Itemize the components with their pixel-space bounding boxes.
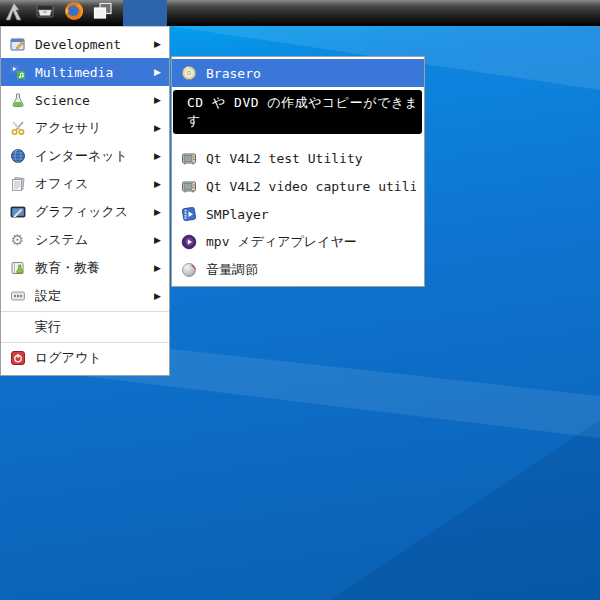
menu-item-label: アクセサリ — [35, 119, 150, 137]
development-icon — [9, 36, 26, 53]
system-icon: ⚙ — [9, 232, 26, 249]
accessories-icon — [9, 120, 26, 137]
menu-item-system[interactable]: ⚙ システム ▶ — [1, 226, 169, 254]
multimedia-icon — [9, 64, 26, 81]
science-icon — [9, 92, 26, 109]
window-switcher-button[interactable] — [90, 1, 116, 25]
logout-icon — [9, 350, 26, 367]
window-switcher-icon — [91, 0, 115, 26]
firefox-button[interactable] — [61, 1, 87, 25]
submenu-item-brasero[interactable]: Brasero — [172, 59, 424, 87]
submenu-item-label: Qt V4L2 test Utility — [206, 151, 416, 166]
menu-item-label: オフィス — [35, 175, 150, 193]
menu-item-logout[interactable]: ログアウト — [1, 344, 169, 372]
submenu-item-label: Qt V4L2 video capture utility — [206, 179, 416, 194]
submenu-item-label: SMPlayer — [206, 207, 416, 222]
menu-item-settings[interactable]: 設定 ▶ — [1, 282, 169, 310]
tooltip-text: CD や DVD の作成やコピーができます — [187, 94, 422, 130]
submenu-item-label: 音量調節 — [206, 261, 416, 279]
submenu-item-qt-v4l2-test[interactable]: Qt V4L2 test Utility — [172, 144, 424, 172]
desktop-pager[interactable] — [123, 0, 167, 26]
submenu-arrow-icon: ▶ — [154, 235, 161, 245]
menu-item-label: Development — [35, 37, 150, 52]
menu-item-science[interactable]: Science ▶ — [1, 86, 169, 114]
submenu-arrow-icon: ▶ — [154, 179, 161, 189]
taskbar — [0, 0, 600, 26]
submenu-item-label: Brasero — [206, 66, 416, 81]
submenu-arrow-icon: ▶ — [154, 67, 161, 77]
settings-icon — [9, 288, 26, 305]
firefox-icon — [63, 0, 85, 26]
submenu-arrow-icon: ▶ — [154, 207, 161, 217]
file-manager-button[interactable] — [32, 1, 58, 25]
submenu-arrow-icon: ▶ — [154, 291, 161, 301]
submenu-arrow-icon: ▶ — [154, 95, 161, 105]
submenu-item-volume[interactable]: 音量調節 — [172, 256, 424, 284]
submenu-item-mpv[interactable]: mpv メディアプレイヤー — [172, 228, 424, 256]
app-menu-panel: Development ▶ Multimedia ▶ Science ▶ — [0, 26, 170, 376]
menu-item-label: グラフィックス — [35, 203, 150, 221]
menu-item-label: Multimedia — [35, 65, 150, 80]
submenu-item-qt-v4l2-capture[interactable]: Qt V4L2 video capture utility — [172, 172, 424, 200]
menu-item-label: システム — [35, 231, 150, 249]
submenu-arrow-icon: ▶ — [154, 151, 161, 161]
menu-item-label: 設定 — [35, 287, 150, 305]
menu-item-education[interactable]: 教育・教養 ▶ — [1, 254, 169, 282]
smplayer-icon — [180, 206, 197, 223]
menu-separator — [1, 311, 169, 312]
menu-logo-icon — [5, 0, 27, 26]
menu-separator — [1, 342, 169, 343]
menu-item-label: 教育・教養 — [35, 259, 150, 277]
qt-v4l2-icon — [180, 150, 197, 167]
brasero-icon — [180, 65, 197, 82]
menu-item-office[interactable]: オフィス ▶ — [1, 170, 169, 198]
submenu-item-label: mpv メディアプレイヤー — [206, 233, 416, 251]
menu-item-label: ログアウト — [35, 349, 161, 367]
menu-item-label: Science — [35, 93, 150, 108]
office-icon — [9, 176, 26, 193]
menu-item-accessories[interactable]: アクセサリ ▶ — [1, 114, 169, 142]
menu-item-development[interactable]: Development ▶ — [1, 30, 169, 58]
internet-icon — [9, 148, 26, 165]
volume-icon — [180, 262, 197, 279]
menu-item-internet[interactable]: インターネット ▶ — [1, 142, 169, 170]
submenu-arrow-icon: ▶ — [154, 39, 161, 49]
menu-item-graphics[interactable]: グラフィックス ▶ — [1, 198, 169, 226]
menu-item-multimedia[interactable]: Multimedia ▶ — [1, 58, 169, 86]
graphics-icon — [9, 204, 26, 221]
menu-item-label: 実行 — [35, 318, 161, 336]
file-manager-icon — [34, 0, 56, 26]
mpv-icon — [180, 234, 197, 251]
submenu-arrow-icon: ▶ — [154, 123, 161, 133]
qt-v4l2-icon — [180, 178, 197, 195]
menu-button[interactable] — [3, 1, 29, 25]
education-icon — [9, 260, 26, 277]
menu-item-run[interactable]: 実行 — [1, 313, 169, 341]
submenu-arrow-icon: ▶ — [154, 263, 161, 273]
menu-item-label: インターネット — [35, 147, 150, 165]
brasero-tooltip: CD や DVD の作成やコピーができます — [173, 90, 422, 134]
submenu-item-smplayer[interactable]: SMPlayer — [172, 200, 424, 228]
run-icon-placeholder — [9, 319, 26, 336]
